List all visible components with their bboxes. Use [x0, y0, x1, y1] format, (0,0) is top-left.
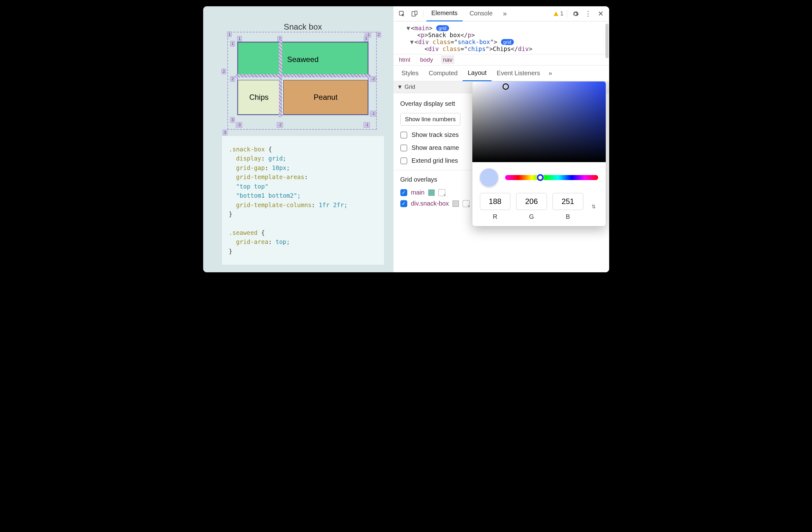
grid-gap-horizontal: [235, 74, 371, 78]
hue-thumb[interactable]: [537, 174, 544, 181]
page-title: Snack box: [222, 22, 384, 32]
more-tabs-icon[interactable]: »: [499, 9, 510, 19]
line-number: 2: [230, 76, 235, 82]
line-number: -2: [370, 76, 376, 82]
devtools-panel: Elements Console » 1 ⋮ ✕ ▼<main> grid <p…: [393, 6, 609, 272]
inspect-icon[interactable]: [396, 9, 407, 19]
g-input[interactable]: [516, 193, 547, 210]
tab-console[interactable]: Console: [464, 6, 497, 21]
dom-text: Snack box: [428, 31, 460, 38]
grid-badge[interactable]: grid: [501, 39, 514, 45]
snack-box-wrap: 1 -1 2 2 3 1 2 3 1 2 -2 -1 3 -3 -2 -1: [235, 40, 371, 117]
sv-cursor[interactable]: [503, 83, 509, 90]
grid-badge[interactable]: grid: [436, 25, 449, 31]
line-number: 3: [230, 117, 235, 123]
line-numbers-select[interactable]: Show line numbers: [400, 113, 461, 126]
device-toggle-icon[interactable]: [409, 9, 420, 19]
subtab-event-listeners[interactable]: Event Listeners: [492, 66, 545, 81]
hue-slider[interactable]: [505, 175, 598, 180]
b-input[interactable]: [553, 193, 583, 210]
kebab-icon[interactable]: ⋮: [583, 9, 593, 19]
chevron-down-icon: ▼: [397, 84, 403, 90]
scroll-into-view-icon[interactable]: ↘: [438, 189, 445, 196]
page-preview-pane: Snack box 1 -1 2 2 3 1 2 3 1 2 -2 -1: [203, 6, 393, 272]
close-icon[interactable]: ✕: [595, 9, 606, 19]
warning-count: 1: [560, 10, 563, 17]
line-number: 1: [237, 36, 242, 42]
breadcrumbs[interactable]: html body nav: [393, 54, 609, 65]
scrollbar[interactable]: [605, 24, 609, 58]
tab-elements[interactable]: Elements: [426, 6, 463, 22]
rgb-inputs: R G B ⇅: [472, 193, 606, 226]
line-number: 1: [227, 31, 232, 37]
color-mode-switcher-icon[interactable]: ⇅: [589, 204, 598, 210]
line-number: 3: [223, 130, 227, 135]
grid-gap-vertical: [279, 40, 282, 117]
dom-tag: main: [415, 25, 429, 31]
overlay-checkbox[interactable]: [400, 200, 407, 207]
subtab-layout[interactable]: Layout: [463, 66, 492, 81]
color-picker-popover: R G B ⇅: [472, 81, 606, 226]
line-number: 1: [230, 41, 235, 46]
styles-subtabs: Styles Computed Layout Event Listeners »: [393, 65, 609, 81]
layout-panel: ▼ Grid Overlay display sett Show line nu…: [393, 81, 609, 272]
subtab-computed[interactable]: Computed: [424, 66, 463, 81]
scroll-into-view-icon[interactable]: ↘: [463, 200, 469, 207]
grid-cell-chips: Chips: [238, 80, 280, 115]
line-number: -1: [370, 111, 376, 116]
line-number: -2: [277, 122, 283, 128]
gear-icon[interactable]: [570, 9, 581, 19]
overlay-swatch[interactable]: [452, 200, 459, 207]
selected-color-swatch[interactable]: [480, 168, 498, 187]
dom-tag: div: [428, 45, 439, 52]
devtools-window: Snack box 1 -1 2 2 3 1 2 3 1 2 -2 -1: [203, 6, 609, 272]
crumb-body[interactable]: body: [418, 55, 435, 64]
overlay-name[interactable]: div.snack-box: [411, 200, 449, 207]
line-number: -3: [236, 122, 242, 128]
line-number: 3: [364, 36, 368, 42]
overlay-name[interactable]: main: [411, 189, 424, 196]
r-input[interactable]: [480, 193, 511, 210]
devtools-toolbar: Elements Console » 1 ⋮ ✕: [393, 6, 609, 22]
warnings-badge[interactable]: 1: [553, 10, 563, 17]
dom-tag: p: [421, 31, 424, 38]
b-label: B: [553, 213, 583, 220]
grid-cell-peanut: Peanut: [284, 80, 368, 115]
snack-box-grid: Seaweed Chips Peanut: [237, 42, 368, 115]
dom-tag: div: [418, 38, 429, 45]
g-label: G: [516, 213, 547, 220]
overlay-checkbox[interactable]: [400, 189, 407, 196]
grid-cell-seaweed: Seaweed: [238, 42, 368, 77]
crumb-nav[interactable]: nav: [441, 55, 454, 64]
saturation-value-canvas[interactable]: [472, 82, 606, 162]
css-code-block: .snack-box { display: grid; grid-gap: 10…: [222, 136, 384, 265]
r-label: R: [480, 213, 511, 220]
crumb-html[interactable]: html: [397, 55, 412, 64]
more-subtabs-icon[interactable]: »: [545, 68, 556, 79]
svg-rect-2: [415, 11, 417, 14]
overlay-swatch[interactable]: [428, 190, 435, 196]
dom-tree[interactable]: ▼<main> grid <p>Snack box</p> ▼<div clas…: [393, 22, 609, 54]
line-number: 2: [221, 69, 226, 74]
line-number: 2: [376, 32, 381, 38]
grid-section-title: Grid: [404, 84, 415, 90]
line-number: -1: [364, 122, 370, 128]
subtab-styles[interactable]: Styles: [396, 66, 424, 81]
dom-text: Chips: [493, 45, 511, 52]
